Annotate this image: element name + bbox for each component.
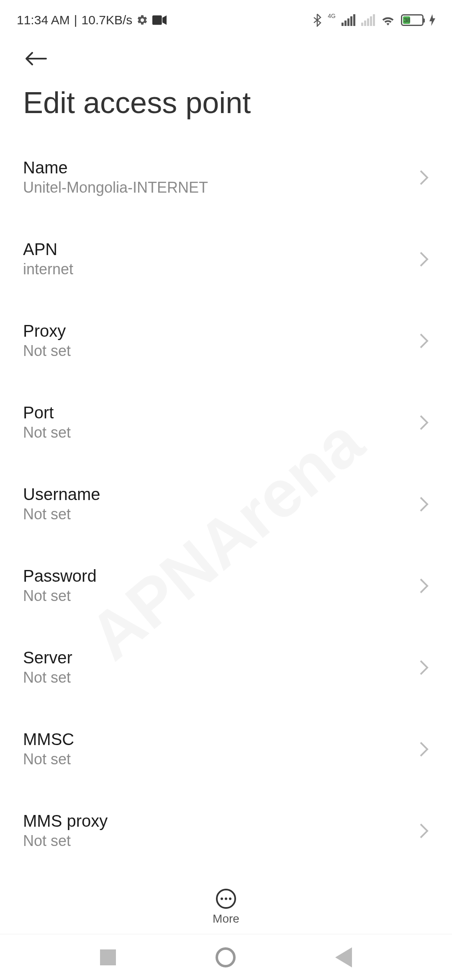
gear-icon: [136, 14, 148, 26]
list-item-name[interactable]: Name Unitel-Mongolia-INTERNET: [23, 137, 429, 218]
bluetooth-icon: [313, 13, 322, 27]
item-value: Not set: [23, 750, 74, 768]
item-title: Username: [23, 485, 100, 504]
list-item-server[interactable]: Server Not set: [23, 627, 429, 708]
signal-sim1-icon: [342, 14, 355, 26]
more-label: More: [213, 912, 239, 926]
item-value: Not set: [23, 505, 100, 523]
item-title: Password: [23, 567, 97, 585]
list-item-mmsproxy[interactable]: MMS proxy Not set: [23, 790, 429, 872]
list-item-password[interactable]: Password Not set: [23, 545, 429, 627]
header: Edit access point: [0, 34, 452, 137]
status-right: 4G 38: [313, 13, 435, 27]
status-data-rate: 10.7KB/s: [82, 13, 133, 27]
list-item-mmsc[interactable]: MMSC Not set: [23, 708, 429, 790]
item-value: Not set: [23, 669, 72, 686]
item-value: Unitel-Mongolia-INTERNET: [23, 179, 208, 196]
chevron-right-icon: [419, 333, 429, 349]
charging-icon: [429, 14, 435, 26]
status-bar: 11:34 AM | 10.7KB/s 4G: [0, 0, 452, 34]
list-item-username[interactable]: Username Not set: [23, 463, 429, 545]
chevron-right-icon: [419, 169, 429, 186]
svg-rect-0: [152, 15, 162, 25]
list-item-apn[interactable]: APN internet: [23, 218, 429, 300]
list-item-proxy[interactable]: Proxy Not set: [23, 300, 429, 382]
item-value: Not set: [23, 342, 71, 360]
chevron-right-icon: [419, 741, 429, 758]
item-title: APN: [23, 240, 73, 259]
item-title: Server: [23, 648, 72, 667]
status-left: 11:34 AM | 10.7KB/s: [17, 13, 167, 27]
status-separator: |: [74, 13, 77, 27]
item-value: Not set: [23, 424, 71, 441]
network-4g-label: 4G: [328, 13, 336, 19]
nav-recent-button[interactable]: [100, 949, 116, 965]
chevron-right-icon: [419, 251, 429, 268]
settings-list: Name Unitel-Mongolia-INTERNET APN intern…: [0, 137, 452, 872]
nav-back-button[interactable]: [335, 947, 352, 967]
item-title: Proxy: [23, 322, 71, 340]
nav-home-button[interactable]: [216, 947, 236, 967]
item-title: Name: [23, 158, 208, 177]
item-value: Not set: [23, 587, 97, 605]
page-title: Edit access point: [23, 81, 429, 137]
item-title: MMS proxy: [23, 812, 108, 830]
list-item-port[interactable]: Port Not set: [23, 382, 429, 463]
back-button[interactable]: [23, 46, 48, 81]
chevron-right-icon: [419, 414, 429, 431]
wifi-icon: [381, 14, 395, 26]
camera-icon: [152, 15, 167, 25]
more-icon: [221, 897, 223, 900]
item-title: Port: [23, 403, 71, 422]
chevron-right-icon: [419, 496, 429, 513]
bottom-action-bar: More: [0, 889, 452, 926]
item-value: internet: [23, 260, 73, 278]
battery-icon: 38: [401, 14, 424, 26]
signal-sim2-icon: [361, 14, 375, 26]
status-time: 11:34 AM: [17, 13, 70, 27]
more-button[interactable]: [216, 889, 236, 909]
battery-level: 38: [404, 17, 411, 23]
item-title: MMSC: [23, 730, 74, 749]
chevron-right-icon: [419, 578, 429, 594]
arrow-left-icon: [23, 50, 48, 67]
navigation-bar: [0, 934, 452, 980]
item-value: Not set: [23, 832, 108, 850]
chevron-right-icon: [419, 823, 429, 839]
chevron-right-icon: [419, 659, 429, 676]
